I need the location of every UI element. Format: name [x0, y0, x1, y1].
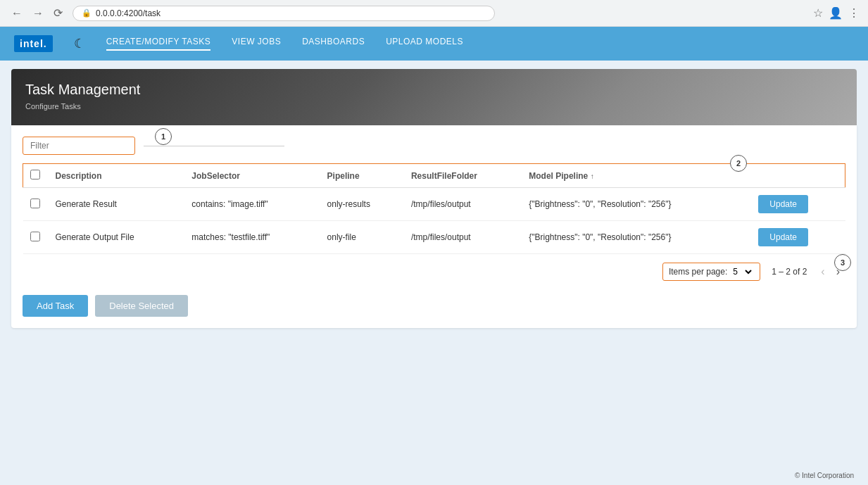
col-header-model-pipeline[interactable]: Model Pipeline ↑ [522, 164, 751, 188]
update-button-1[interactable]: Update [758, 195, 808, 213]
select-all-checkbox[interactable] [30, 170, 40, 179]
nav-dashboards[interactable]: DASHBOARDS [302, 37, 365, 51]
sort-icon: ↑ [591, 172, 594, 180]
back-button[interactable]: ← [8, 6, 25, 20]
intel-logo: intel. [14, 35, 53, 52]
items-per-page-select[interactable]: 5 10 25 [730, 266, 754, 277]
profile-icon[interactable]: 👤 [829, 6, 843, 20]
row-checkbox-2[interactable] [30, 232, 40, 241]
cell-model-pipeline-2: {"Brightness": "0", "Resolution": "256"} [522, 221, 751, 254]
nav-links: CREATE/MODIFY TASKS VIEW JOBS DASHBOARDS… [106, 37, 463, 51]
table-container: 1 2 Description JobSelector [11, 125, 857, 328]
data-table: Description JobSelector Pipeline ResultF… [23, 163, 845, 254]
cell-result-folder-2: /tmp/files/output [404, 221, 522, 254]
nav-buttons: ← → ⟳ [8, 6, 65, 20]
bookmark-icon[interactable]: ☆ [813, 6, 823, 20]
page-info: 1 – 2 of 2 [772, 267, 807, 277]
header-checkbox-cell [23, 164, 49, 188]
callout-1: 1 [155, 128, 172, 145]
callout-3: 3 [834, 254, 851, 271]
app-navbar: intel. ☾ CREATE/MODIFY TASKS VIEW JOBS D… [0, 27, 868, 61]
browser-actions: ☆ 👤 ⋮ [813, 6, 860, 20]
cell-job-selector-2: matches: "testfile.tiff" [184, 221, 320, 254]
cell-action-1: Update [751, 188, 845, 221]
table-wrapper: 2 Description JobSelector [23, 163, 845, 254]
prev-page-button[interactable]: ‹ [818, 264, 827, 279]
url-text: 0.0.0.0:4200/task [96, 8, 161, 18]
items-per-page-label: Items per page: [669, 267, 727, 277]
address-bar[interactable]: 🔒 0.0.0.0:4200/task [73, 6, 495, 21]
items-per-page: Items per page: 5 10 25 [662, 263, 760, 281]
nav-view-jobs[interactable]: VIEW JOBS [232, 37, 281, 51]
task-header: Task Management Configure Tasks [11, 69, 857, 125]
col-header-result-file-folder: ResultFileFolder [404, 164, 522, 188]
cell-model-pipeline-1: {"Brightness": "0", "Resolution": "256"} [522, 188, 751, 221]
cell-result-folder-1: /tmp/files/output [404, 188, 522, 221]
cell-action-2: Update [751, 221, 845, 254]
callout-2: 2 [730, 155, 747, 172]
action-buttons: Add Task Delete Selected [23, 295, 845, 317]
page-title: Task Management [25, 82, 843, 98]
lock-icon: 🔒 [82, 8, 92, 18]
col-header-actions [751, 164, 845, 188]
row-checkbox-cell [23, 221, 49, 254]
row-checkbox-cell [23, 188, 49, 221]
nav-create-modify[interactable]: CREATE/MODIFY TASKS [106, 37, 211, 51]
cell-pipeline-2: only-file [320, 221, 404, 254]
filter-divider [144, 146, 284, 146]
table-row: Generate Output File matches: "testfile.… [23, 221, 845, 254]
cell-description-1: Generate Result [49, 188, 185, 221]
col-header-job-selector: JobSelector [184, 164, 320, 188]
filter-input[interactable] [23, 137, 135, 155]
delete-selected-button[interactable]: Delete Selected [95, 295, 188, 317]
forward-button[interactable]: → [30, 6, 46, 20]
cell-pipeline-1: only-results [320, 188, 404, 221]
cell-job-selector-1: contains: "image.tiff" [184, 188, 320, 221]
menu-icon[interactable]: ⋮ [848, 6, 860, 20]
refresh-button[interactable]: ⟳ [51, 6, 65, 20]
page-subtitle: Configure Tasks [25, 102, 843, 111]
main-content: Task Management Configure Tasks 1 2 De [0, 69, 868, 339]
col-header-pipeline: Pipeline [320, 164, 404, 188]
row-checkbox-1[interactable] [30, 199, 40, 208]
col-header-description: Description [49, 164, 185, 188]
browser-chrome: ← → ⟳ 🔒 0.0.0.0:4200/task ☆ 👤 ⋮ [0, 0, 868, 27]
cell-description-2: Generate Output File [49, 221, 185, 254]
filter-row: 1 [23, 137, 845, 155]
nav-upload-models[interactable]: UPLOAD MODELS [386, 37, 463, 51]
add-task-button[interactable]: Add Task [23, 295, 88, 317]
theme-icon[interactable]: ☾ [74, 36, 85, 51]
pagination-row: 3 Items per page: 5 10 25 1 – 2 of 2 ‹ › [23, 263, 845, 281]
table-row: Generate Result contains: "image.tiff" o… [23, 188, 845, 221]
update-button-2[interactable]: Update [758, 228, 808, 246]
